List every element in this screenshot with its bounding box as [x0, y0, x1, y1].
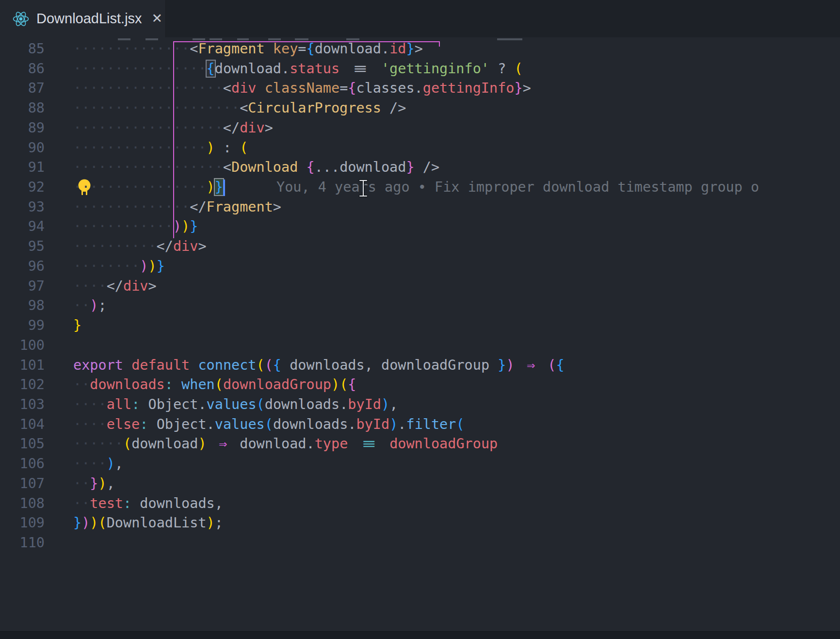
whitespace-dots: ····	[73, 416, 107, 432]
line-number[interactable]: 91	[0, 158, 45, 178]
code-token: )	[81, 515, 90, 531]
code-token: .	[281, 61, 290, 77]
code-text[interactable]: ····</div>	[73, 277, 157, 296]
line-number[interactable]: 87	[0, 79, 45, 98]
code-token: />	[423, 159, 439, 175]
code-token: >	[523, 80, 531, 96]
line-number[interactable]: 99	[0, 316, 45, 336]
whitespace-dots: ········	[73, 258, 140, 274]
whitespace-dots: ············	[73, 218, 173, 234]
code-token: .	[207, 416, 215, 432]
code-token: (	[98, 515, 107, 531]
code-text[interactable]: ····else: Object.values(downloads.byId).…	[73, 415, 465, 435]
line-number[interactable]: 85	[0, 39, 45, 59]
line-number[interactable]: 105	[0, 434, 45, 454]
code-token: ≡	[349, 434, 388, 454]
tab-title: DownloadList.jsx	[36, 11, 142, 27]
code-token: .	[307, 436, 315, 452]
line-number[interactable]: 98	[0, 296, 45, 316]
code-line: 102··downloads: when(downloadGroup)({	[0, 375, 840, 395]
bracket-guide-tick	[439, 41, 440, 47]
code-text[interactable]: ····all: Object.values(downloads.byId),	[73, 395, 398, 415]
tab-close-icon[interactable]: ✕	[152, 12, 163, 25]
code-token: )	[140, 258, 148, 274]
line-number[interactable]: 100	[0, 336, 45, 356]
line-number[interactable]: 107	[0, 474, 45, 494]
code-text[interactable]: ··············</Fragment>	[73, 197, 281, 217]
code-text[interactable]: ··············<Fragment key={download.id…	[73, 39, 423, 59]
code-text[interactable]: ············))}	[73, 217, 198, 237]
line-number[interactable]: 95	[0, 237, 45, 257]
code-text[interactable]: }))(DownloadList);	[73, 513, 223, 533]
code-text[interactable]: export default connect(({ downloads, dow…	[73, 356, 565, 376]
line-number[interactable]: 104	[0, 415, 45, 435]
code-text[interactable]: ··········</div>	[73, 237, 207, 257]
code-line: 100	[0, 336, 840, 356]
line-number[interactable]: 106	[0, 454, 45, 474]
code-token: </	[223, 120, 240, 136]
whitespace-dots: ······	[73, 436, 123, 452]
line-number[interactable]: 102	[0, 375, 45, 395]
code-token: byId	[348, 396, 381, 412]
line-number[interactable]: 86	[0, 59, 45, 79]
code-text[interactable]: ······(download) ⇒ download.type ≡ downl…	[73, 434, 498, 454]
code-token: )	[207, 140, 215, 156]
code-token: .	[381, 41, 389, 57]
line-number[interactable]: 89	[0, 118, 45, 138]
code-token: )	[389, 416, 398, 432]
code-token	[207, 436, 215, 452]
code-token: ,	[215, 495, 223, 511]
line-number[interactable]: 90	[0, 138, 45, 158]
line-number[interactable]: 110	[0, 533, 45, 553]
code-token: )	[90, 515, 98, 531]
clipped-line-artifact	[237, 38, 249, 40]
code-token: :	[223, 140, 231, 156]
code-token: >	[273, 199, 281, 215]
code-line: 105······(download) ⇒ download.type ≡ do…	[0, 434, 840, 454]
tab-downloadlist-jsx[interactable]: DownloadList.jsx ✕	[0, 0, 166, 37]
code-token: =	[339, 80, 348, 96]
line-number[interactable]: 108	[0, 494, 45, 514]
line-number[interactable]: 97	[0, 277, 45, 296]
code-text[interactable]: ··downloads: when(downloadGroup)({	[73, 375, 356, 395]
code-token	[506, 61, 514, 77]
line-number[interactable]: 88	[0, 98, 45, 118]
line-number[interactable]: 96	[0, 257, 45, 277]
code-text[interactable]: ····················<CircularProgress />	[73, 98, 406, 118]
code-line: 106····),	[0, 454, 840, 474]
code-text[interactable]: ··);	[73, 296, 107, 316]
code-text[interactable]: }	[73, 316, 81, 336]
code-token: >	[198, 238, 206, 254]
code-text[interactable]: ··················<Download {...download…	[73, 158, 439, 178]
code-token: ?	[498, 61, 506, 77]
line-number[interactable]: 92	[0, 178, 45, 197]
line-number[interactable]: 93	[0, 197, 45, 217]
code-token: download	[339, 159, 406, 175]
code-line: 88····················<CircularProgress …	[0, 98, 840, 118]
code-token: >	[415, 41, 423, 57]
line-number[interactable]: 101	[0, 356, 45, 376]
code-text[interactable]: ··test: downloads,	[73, 494, 223, 514]
code-text[interactable]: ················) : (	[73, 138, 248, 158]
line-number[interactable]: 109	[0, 513, 45, 533]
code-text[interactable]: ················{download.status ≡ 'gett…	[73, 59, 523, 79]
code-token: }	[73, 317, 81, 333]
code-text[interactable]: ··}),	[73, 474, 115, 494]
code-token: (	[257, 396, 265, 412]
code-token: Fragment	[207, 199, 273, 215]
code-text[interactable]: ····),	[73, 454, 123, 474]
line-number[interactable]: 94	[0, 217, 45, 237]
code-token: {	[273, 357, 281, 373]
code-token: >	[148, 278, 156, 294]
bracket-guide-vertical	[173, 41, 174, 238]
line-number[interactable]: 103	[0, 395, 45, 415]
clipped-line-artifact	[268, 38, 281, 40]
code-token: downloads	[90, 377, 164, 393]
code-token: download	[215, 61, 281, 77]
code-text[interactable]: ········))}	[73, 257, 165, 277]
code-line: 87··················<div className={clas…	[0, 79, 840, 98]
code-text[interactable]: ················)}	[73, 178, 223, 197]
code-text[interactable]: ··················<div className={classe…	[73, 79, 531, 98]
code-editor[interactable]: 85··············<Fragment key={download.…	[0, 37, 840, 639]
code-token: (	[339, 377, 348, 393]
